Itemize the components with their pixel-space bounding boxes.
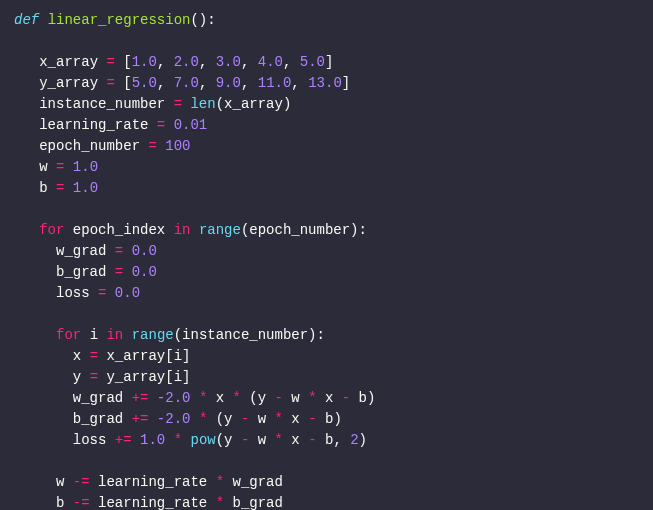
code-line-8: w = 1.0 bbox=[14, 159, 98, 175]
code-line-5: instance_number = len(x_array) bbox=[14, 96, 291, 112]
code-line-21: loss += 1.0 * pow(y - w * x - b, 2) bbox=[14, 432, 367, 448]
code-line-20: b_grad += -2.0 * (y - w * x - b) bbox=[14, 411, 342, 427]
code-line-14: loss = 0.0 bbox=[14, 285, 140, 301]
code-line-24: b -= learning_rate * b_grad bbox=[14, 495, 283, 510]
code-line-7: epoch_number = 100 bbox=[14, 138, 190, 154]
code-editor: def linear_regression(): x_array = [1.0,… bbox=[14, 10, 639, 510]
code-line-3: x_array = [1.0, 2.0, 3.0, 4.0, 5.0] bbox=[14, 54, 333, 70]
parens: (): bbox=[190, 12, 215, 28]
code-line-16: for i in range(instance_number): bbox=[14, 327, 325, 343]
code-line-17: x = x_array[i] bbox=[14, 348, 190, 364]
code-line-1: def linear_regression(): bbox=[14, 12, 216, 28]
code-line-6: learning_rate = 0.01 bbox=[14, 117, 207, 133]
code-line-11: for epoch_index in range(epoch_number): bbox=[14, 222, 367, 238]
code-line-13: b_grad = 0.0 bbox=[14, 264, 157, 280]
code-line-23: w -= learning_rate * w_grad bbox=[14, 474, 283, 490]
code-line-12: w_grad = 0.0 bbox=[14, 243, 157, 259]
function-name: linear_regression bbox=[48, 12, 191, 28]
keyword-def: def bbox=[14, 12, 39, 28]
code-line-19: w_grad += -2.0 * x * (y - w * x - b) bbox=[14, 390, 375, 406]
code-line-18: y = y_array[i] bbox=[14, 369, 190, 385]
code-line-9: b = 1.0 bbox=[14, 180, 98, 196]
code-line-4: y_array = [5.0, 7.0, 9.0, 11.0, 13.0] bbox=[14, 75, 350, 91]
